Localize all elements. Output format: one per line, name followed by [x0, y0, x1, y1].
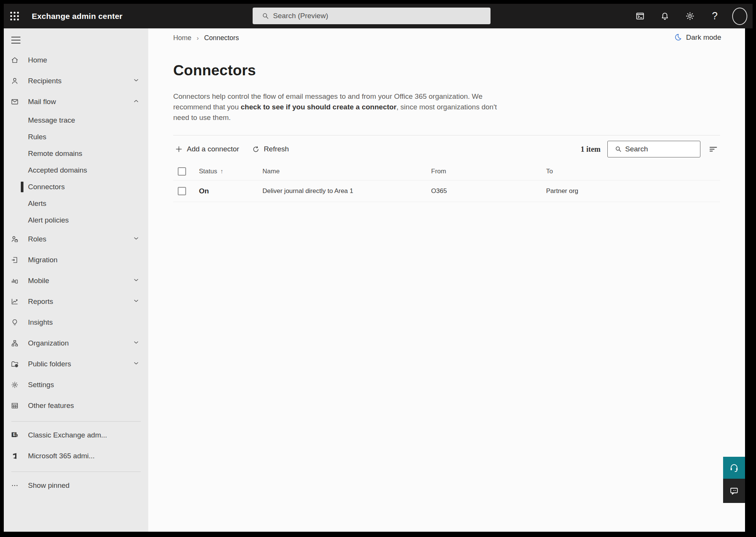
row-to: Partner org [546, 187, 720, 195]
chevron-down-icon [132, 360, 140, 369]
filter-button[interactable] [706, 142, 720, 156]
sidebar-item-accepted-domains[interactable]: Accepted domains [4, 162, 148, 179]
list-search-input[interactable] [625, 145, 696, 153]
feedback-button[interactable] [723, 479, 745, 503]
search-icon [262, 12, 269, 20]
sidebar-divider [11, 421, 141, 422]
refresh-icon [252, 145, 260, 153]
toolbar-right: 1 item [581, 141, 720, 157]
sidebar-item-message-trace[interactable]: Message trace [4, 112, 148, 129]
sidebar: Home Recipients Mail flow Message trace … [4, 28, 148, 532]
lightbulb-icon [11, 318, 19, 327]
sidebar-item-settings[interactable]: Settings [4, 374, 148, 395]
document-arrow-icon [11, 256, 19, 264]
collapse-nav-button[interactable] [11, 34, 26, 50]
page-title: Connectors [173, 62, 745, 79]
chevron-down-icon [132, 297, 140, 306]
terminal-icon [635, 11, 645, 21]
sidebar-item-microsoft-365-admin[interactable]: Microsoft 365 admi... [4, 445, 148, 466]
page-description: Connectors help control the flow of emai… [173, 91, 497, 123]
support-button[interactable] [723, 457, 745, 479]
floating-buttons [723, 457, 745, 503]
sidebar-item-classic-exchange-admin[interactable]: E Classic Exchange adm... [4, 425, 148, 445]
bell-icon [660, 11, 670, 21]
global-search [253, 8, 491, 24]
create-connector-check-link[interactable]: check to see if you should create a conn… [241, 103, 396, 111]
hamburger-icon [11, 37, 20, 46]
sidebar-item-public-folders[interactable]: Public folders [4, 353, 148, 374]
sidebar-item-connectors[interactable]: Connectors [4, 179, 148, 195]
account-button[interactable] [732, 7, 747, 26]
column-header-to[interactable]: To [546, 168, 720, 175]
filter-icon [708, 144, 719, 154]
list-search [607, 141, 700, 157]
chevron-down-icon [132, 235, 140, 244]
home-icon [11, 56, 19, 64]
settings-button[interactable] [682, 7, 697, 26]
sidebar-item-home[interactable]: Home [4, 50, 148, 70]
sidebar-item-alert-policies[interactable]: Alert policies [4, 212, 148, 229]
column-header-status[interactable]: Status↑ [199, 168, 262, 175]
breadcrumb: Home › Connectors Dark mode [148, 28, 745, 42]
column-header-name[interactable]: Name [262, 168, 431, 175]
sidebar-item-mail-flow[interactable]: Mail flow [4, 91, 148, 112]
sidebar-item-alerts[interactable]: Alerts [4, 195, 148, 212]
chevron-up-icon [132, 97, 140, 106]
notifications-button[interactable] [657, 7, 672, 26]
table-header-row: Status↑ Name From To [173, 163, 720, 181]
row-name: Deliver journal directly to Area 1 [262, 187, 431, 195]
folder-globe-icon [11, 360, 19, 368]
table-row[interactable]: On Deliver journal directly to Area 1 O3… [173, 181, 720, 202]
table-grid-icon [11, 402, 19, 410]
breadcrumb-separator-icon: › [197, 34, 199, 42]
waffle-icon [10, 12, 19, 20]
org-chart-icon [11, 339, 19, 347]
moon-icon [674, 33, 682, 42]
dark-mode-label: Dark mode [686, 33, 721, 42]
chart-phone-icon [11, 277, 19, 285]
select-all-checkbox[interactable] [178, 167, 186, 176]
add-connector-button[interactable]: Add a connector [173, 143, 241, 156]
sidebar-item-recipients[interactable]: Recipients [4, 70, 148, 91]
global-search-input[interactable] [273, 12, 485, 20]
breadcrumb-current: Connectors [204, 34, 239, 42]
row-checkbox[interactable] [178, 187, 186, 195]
row-status: On [199, 187, 262, 195]
breadcrumb-home-link[interactable]: Home [173, 34, 191, 42]
headset-icon [729, 462, 739, 473]
refresh-button[interactable]: Refresh [250, 143, 290, 156]
sidebar-item-mobile[interactable]: Mobile [4, 270, 148, 291]
exchange-logo-icon: E [11, 431, 19, 439]
app-launcher-button[interactable] [4, 4, 25, 28]
ellipsis-icon [11, 481, 19, 490]
gear-icon [685, 11, 695, 21]
help-button[interactable]: ? [707, 7, 722, 26]
sidebar-item-rules[interactable]: Rules [4, 129, 148, 145]
person-briefcase-icon [11, 235, 19, 243]
person-icon [11, 77, 19, 85]
sidebar-item-show-pinned[interactable]: Show pinned [4, 475, 148, 496]
sidebar-item-other-features[interactable]: Other features [4, 395, 148, 416]
feedback-bubble-icon [729, 486, 739, 496]
topbar: Exchange admin center ? [4, 4, 753, 28]
sidebar-item-migration[interactable]: Migration [4, 249, 148, 270]
sidebar-item-roles[interactable]: Roles [4, 229, 148, 249]
sidebar-item-remote-domains[interactable]: Remote domains [4, 145, 148, 162]
item-count: 1 item [581, 145, 601, 154]
chevron-down-icon [132, 339, 140, 348]
column-header-from[interactable]: From [431, 168, 546, 175]
powershell-button[interactable] [632, 7, 647, 26]
plus-icon [175, 145, 183, 153]
app-title: Exchange admin center [32, 12, 123, 21]
line-chart-icon [11, 297, 19, 306]
chevron-down-icon [132, 76, 140, 86]
sidebar-item-insights[interactable]: Insights [4, 312, 148, 333]
sidebar-item-reports[interactable]: Reports [4, 291, 148, 312]
dark-mode-toggle[interactable]: Dark mode [674, 33, 721, 42]
gear-icon [11, 381, 19, 389]
row-from: O365 [431, 187, 546, 195]
sidebar-item-organization[interactable]: Organization [4, 333, 148, 353]
main-content: Home › Connectors Dark mode Connectors C… [148, 28, 745, 532]
mail-icon [11, 98, 19, 106]
chevron-down-icon [132, 276, 140, 285]
